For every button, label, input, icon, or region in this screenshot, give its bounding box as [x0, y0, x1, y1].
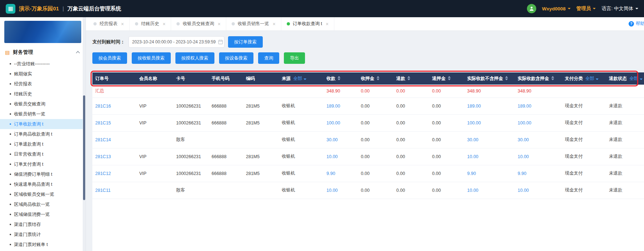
sidebar-item-label: 快速退单商品查询 t: [14, 181, 52, 188]
sort-icon[interactable]: [551, 76, 554, 80]
tab[interactable]: 收银员交账查询×: [171, 17, 226, 30]
cell-pay_type: 现金支付: [562, 98, 606, 114]
column-filter-pay_type[interactable]: 全部: [585, 76, 599, 81]
tab[interactable]: 结账历史×: [130, 17, 171, 30]
sidebar-section-finance[interactable]: ▤ 财务管理: [0, 46, 86, 59]
filter-buttons: 按会员搜索按收银员搜索按授权人搜索按设备搜索查询导出: [92, 52, 644, 64]
cell-order_no[interactable]: 281C13: [92, 148, 136, 165]
export-button[interactable]: 导出: [284, 52, 305, 64]
sidebar-item[interactable]: 订单退款查询 t: [0, 139, 86, 149]
scrollbar-thumb[interactable]: [83, 95, 85, 200]
bullet-icon: [10, 63, 11, 65]
sidebar-item-label: 区域收银员交账一览: [14, 191, 54, 198]
tab[interactable]: 收银员销售一览×: [226, 17, 281, 30]
username-menu[interactable]: Wxyd0008: [542, 6, 571, 11]
sort-icon[interactable]: [505, 76, 508, 80]
query-button[interactable]: 查询: [258, 52, 279, 64]
sidebar-item[interactable]: 收银员销售一览: [0, 109, 86, 119]
cell-actual_incl: 10.00: [515, 182, 562, 199]
tab-close-icon[interactable]: ×: [326, 21, 329, 27]
sidebar-item[interactable]: 日常营收查询 t: [0, 149, 86, 159]
sidebar-item-label: 经营报表: [14, 81, 32, 87]
search-member-button[interactable]: 按会员搜索: [92, 52, 127, 64]
cell-pay_type: [562, 85, 606, 98]
sidebar-item[interactable]: 收银员交账查询: [0, 99, 86, 109]
sort-icon[interactable]: [448, 76, 451, 80]
column-filter-refund_status[interactable]: 全部: [629, 76, 643, 81]
cell-phone: 666888: [209, 114, 243, 131]
sidebar-item[interactable]: 结账历史: [0, 89, 86, 99]
cell-actual_incl: 9.90: [515, 165, 562, 182]
search-order-button[interactable]: 按订单搜索: [228, 36, 263, 48]
tab-close-icon[interactable]: ×: [218, 21, 221, 27]
sidebar-item[interactable]: 渠道门票统计: [0, 229, 86, 240]
tab-close-icon[interactable]: ×: [121, 21, 124, 27]
sidebar-item[interactable]: 订单支付查询 t: [0, 159, 86, 169]
cell-order_no[interactable]: 281C15: [92, 114, 136, 131]
tab-close-icon[interactable]: ×: [163, 21, 165, 27]
tab[interactable]: 经营报表×: [88, 17, 130, 30]
column-filter-source[interactable]: 全部: [293, 76, 306, 81]
content-area: 经营报表×结账历史×收银员交账查询×收银员销售一览×订单收款查询 t× ? 帮助…: [86, 17, 644, 251]
col-header-refund_status[interactable]: 退款状态全部: [606, 72, 644, 85]
sidebar-item[interactable]: 区域商品收款一览: [0, 199, 86, 209]
bullet-icon: [10, 93, 11, 95]
col-header-source[interactable]: 来源全部: [279, 72, 324, 85]
sidebar-item[interactable]: 订单收款查询 t: [0, 119, 86, 129]
tab-close-icon[interactable]: ×: [273, 21, 276, 27]
date-range-input[interactable]: 2023-10-24 00:00:00 - 2023-10-24 23:59:5…: [129, 36, 224, 48]
orders-table: 订单号会员名称卡号手机号码编码来源全部收款收押金退款退押金实际收款不含押金实际收…: [92, 72, 644, 199]
app-root: ▦ 演示-万象乐园01 | 万象云端后台管理系统 Wxyd0008 管理员 语言…: [0, 0, 644, 251]
user-avatar-icon[interactable]: [527, 4, 536, 13]
cell-order_no[interactable]: 281C14: [92, 131, 136, 148]
tab-label: 收银员销售一览: [238, 21, 269, 27]
cell-actual_incl: 189.00: [515, 98, 562, 114]
app-logo-icon[interactable]: ▦: [6, 4, 15, 14]
help-link[interactable]: ? 帮助: [629, 21, 644, 27]
sidebar-item[interactable]: 分销门票结存: [0, 250, 86, 251]
sort-icon[interactable]: [407, 76, 410, 80]
cell-refund_status: [606, 85, 644, 98]
sidebar-item[interactable]: 区域收银员交账一览: [0, 189, 86, 199]
sidebar-item[interactable]: 区域储值消费一览: [0, 209, 86, 219]
tab[interactable]: 订单收款查询 t×: [281, 17, 334, 30]
search-device-button[interactable]: 按设备搜索: [219, 52, 254, 64]
cell-deposit_refund: 0.00: [429, 165, 464, 182]
sidebar-item[interactable]: 渠道门票对账单 t: [0, 240, 86, 250]
sidebar-item[interactable]: 账期做实: [0, 69, 86, 79]
topbar-right: Wxyd0008 管理员 语言: 中文简体: [527, 4, 638, 13]
cell-code: [243, 85, 279, 98]
col-header-deposit[interactable]: 收押金: [358, 72, 393, 85]
help-label: 帮助: [636, 21, 644, 27]
col-header-deposit_refund[interactable]: 退押金: [429, 72, 464, 85]
language-menu[interactable]: 语言: 中文简体: [601, 5, 638, 12]
cell-refund: 0.00: [393, 114, 429, 131]
cell-amount: 9.90: [324, 165, 358, 182]
cell-order_no[interactable]: 281C12: [92, 165, 136, 182]
sidebar-item[interactable]: 储值消费订单明细 t: [0, 169, 86, 179]
sort-icon[interactable]: [338, 76, 340, 80]
table-row: 281C15VIP1000266231666888281M5收银机100.000…: [92, 114, 644, 131]
col-header-pay_type[interactable]: 支付分类全部: [562, 72, 606, 85]
col-header-refund[interactable]: 退款: [393, 72, 429, 85]
col-header-amount[interactable]: 收款: [324, 72, 358, 85]
sidebar-item[interactable]: 经营报表: [0, 79, 86, 89]
search-cashier-button[interactable]: 按收银员搜索: [132, 52, 171, 64]
sidebar-item[interactable]: 渠道门票结存: [0, 219, 86, 229]
date-filter-label: 支付到账时间：: [92, 39, 125, 45]
chevron-down-icon: [593, 8, 596, 9]
table-row: 281C11散客收银机10.000.000.000.0010.0010.00现金…: [92, 182, 644, 199]
col-header-actual_excl[interactable]: 实际收款不含押金: [464, 72, 515, 85]
cell-order_no[interactable]: 281C16: [92, 98, 136, 114]
search-authorizer-button[interactable]: 按授权人搜索: [175, 52, 214, 64]
sort-icon[interactable]: [377, 76, 379, 80]
language-label: 语言: 中文简体: [601, 5, 633, 12]
role-menu[interactable]: 管理员: [576, 5, 596, 12]
sidebar-item[interactable]: 订单商品收款查询 t: [0, 129, 86, 139]
sidebar-item[interactable]: 快速退单商品查询 t: [0, 179, 86, 189]
sidebar-item[interactable]: --营业结账----------: [0, 59, 86, 69]
sidebar-scrollbar[interactable]: [83, 17, 86, 251]
cell-order_no[interactable]: 281C11: [92, 182, 136, 199]
col-header-actual_incl[interactable]: 实际收款含押金: [515, 72, 562, 85]
site-name: 演示-万象乐园01: [19, 5, 59, 12]
